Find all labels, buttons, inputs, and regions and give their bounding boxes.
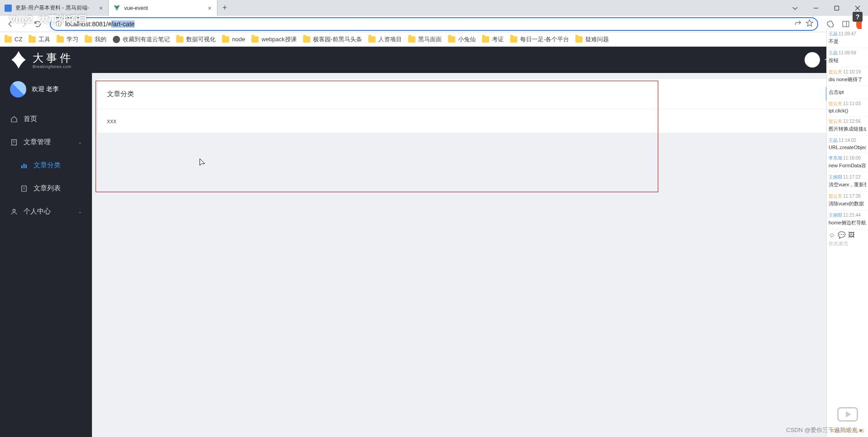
svg-rect-9 — [25, 165, 27, 168]
chat-message: 李东旭11:16:00new FormData容器 — [827, 153, 868, 172]
folder-icon — [408, 36, 415, 43]
url-input[interactable]: ⓘ localhost:8081/#/art-cate — [50, 17, 818, 31]
chat-message: 王晶11:09:47不是 — [827, 29, 868, 48]
browser-tab-1[interactable]: vue-event × — [109, 0, 217, 16]
bookmark-star-icon[interactable] — [805, 19, 814, 29]
chat-text: 不是 — [829, 38, 866, 45]
sidebar-item-article-cate[interactable]: 文章分类 — [0, 154, 92, 177]
user-icon — [10, 208, 18, 216]
chat-text: dis none晓得了 — [829, 76, 866, 83]
emoji-icon[interactable]: ☺ — [829, 231, 835, 238]
extensions-icon[interactable] — [825, 18, 836, 30]
bookmark-item[interactable]: 工具 — [29, 35, 50, 44]
sidebar: 欢迎 老李 首页 文章管理 ⌄ 文章分类 文章列表 个人中心 ⌄ — [0, 47, 92, 437]
chat-name: 贺云天 — [829, 101, 842, 106]
side-panel-icon[interactable] — [840, 18, 852, 30]
bookmark-item[interactable]: 每日一足-各个平台 — [510, 35, 569, 44]
chat-name: 王晶 — [829, 31, 838, 36]
back-button[interactable] — [4, 17, 17, 31]
maximize-button[interactable] — [826, 0, 847, 16]
folder-icon — [251, 36, 259, 43]
forward-button[interactable] — [17, 17, 31, 31]
user-avatar-icon[interactable] — [805, 52, 820, 68]
list-icon — [20, 185, 28, 193]
bookmark-item[interactable]: 我的 — [85, 35, 106, 44]
chat-text: home侧边栏导航 — [829, 219, 866, 226]
bookmark-item[interactable]: 收藏到有道云笔记 — [113, 35, 170, 44]
bookmark-item[interactable]: 数据可视化 — [176, 35, 216, 44]
folder-icon — [222, 36, 229, 43]
bookmark-item[interactable]: 考证 — [482, 35, 504, 44]
site-info-icon[interactable]: ⓘ — [54, 20, 63, 28]
help-icon[interactable]: ? — [853, 12, 863, 22]
welcome-text: 欢迎 老李 — [32, 85, 59, 93]
brand-title: 大事件 — [33, 51, 73, 65]
chat-time: 11:17:22 — [843, 175, 861, 180]
tab-dropdown-icon[interactable] — [785, 0, 805, 16]
minimize-button[interactable] — [805, 0, 826, 16]
share-icon[interactable] — [795, 19, 802, 28]
folder-icon — [575, 36, 583, 43]
svg-rect-8 — [24, 164, 25, 168]
bookmark-item[interactable]: webpack授课 — [251, 35, 296, 44]
chat-text: 清空vuex，重新登录 — [829, 181, 866, 188]
folder-icon — [368, 36, 376, 43]
chat-bubble-icon[interactable]: 💬 — [838, 231, 845, 238]
chat-name: 王晶 — [829, 50, 838, 55]
sidebar-item-article-list[interactable]: 文章列表 — [0, 177, 92, 200]
app-shell: 大事件 BreakingNews.com 个人中心 ▾ 欢迎 老李 首页 文章管… — [0, 47, 868, 437]
play-tv-icon[interactable] — [837, 407, 858, 422]
chart-icon — [20, 161, 28, 170]
app-logo: 大事件 BreakingNews.com — [9, 50, 73, 69]
reload-button[interactable] — [31, 17, 44, 31]
chat-time: 11:17:26 — [843, 194, 861, 199]
sidebar-item-label: 文章列表 — [34, 184, 61, 193]
chat-input[interactable]: 在此发言 — [829, 240, 866, 247]
chat-message: 贺云天11:11:03ipt.click() — [827, 99, 868, 117]
sidebar-item-home[interactable]: 首页 — [0, 107, 92, 131]
sidebar-item-article-mgmt[interactable]: 文章管理 ⌄ — [0, 131, 92, 154]
folder-icon — [303, 36, 310, 43]
chat-message: 王炳阳11:17:22清空vuex，重新登录 — [827, 172, 868, 191]
bookmark-item[interactable]: 疑难问题 — [575, 35, 609, 44]
bookmark-item[interactable]: 学习 — [57, 35, 78, 44]
chat-message: 王晶11:14:02URL.createObjectU — [827, 136, 868, 153]
tab-title: 更新-用户基本资料 - 黑马前端- — [15, 4, 98, 12]
chat-time: 11:11:03 — [843, 101, 861, 106]
close-icon[interactable]: × — [98, 5, 104, 12]
folder-icon — [29, 36, 36, 43]
evernote-icon — [113, 36, 120, 43]
avatar-icon — [10, 81, 26, 97]
bookmark-item[interactable]: node — [222, 36, 245, 43]
chat-message: 王炳阳11:21:44home侧边栏导航 — [827, 210, 868, 229]
chat-message: 贺云天11:17:26清除vuex的数据， — [827, 191, 868, 210]
chat-message: 点击ipt — [827, 86, 868, 99]
svg-rect-7 — [21, 165, 23, 168]
logo-icon — [9, 50, 28, 69]
chevron-down-icon: ⌄ — [78, 139, 82, 145]
chat-time: 11:12:56 — [843, 119, 861, 124]
bookmark-item[interactable]: 黑马面面 — [408, 35, 442, 44]
bookmark-item[interactable]: 极客园-前黑马头条 — [303, 35, 362, 44]
chat-time: 11:14:02 — [839, 138, 856, 143]
bookmark-item[interactable]: 小兔仙 — [448, 35, 476, 44]
new-tab-button[interactable]: + — [217, 0, 232, 16]
chat-text: URL.createObjectU — [829, 145, 866, 150]
card-header: 文章分类 添加 — [98, 79, 862, 109]
home-icon — [10, 115, 18, 123]
chat-text: ipt.click() — [829, 108, 866, 113]
chat-name: 王晶 — [829, 138, 838, 143]
svg-rect-1 — [835, 6, 839, 10]
chat-name: 王炳阳 — [829, 213, 842, 218]
close-icon[interactable]: × — [207, 5, 212, 12]
sidebar-item-label: 首页 — [24, 115, 37, 123]
svg-rect-10 — [22, 186, 27, 191]
card-title: 文章分类 — [107, 90, 134, 98]
image-icon[interactable]: 🖼 — [848, 231, 854, 238]
sidebar-item-label: 个人中心 — [24, 207, 51, 216]
chat-input-area: ☺ 💬 🖼 在此发言 — [827, 229, 868, 249]
browser-tab-0[interactable]: 更新-用户基本资料 - 黑马前端- × — [0, 0, 109, 16]
sidebar-item-profile[interactable]: 个人中心 ⌄ — [0, 200, 92, 223]
bookmark-item[interactable]: CZ — [5, 36, 22, 43]
bookmark-item[interactable]: 人资项目 — [368, 35, 402, 44]
